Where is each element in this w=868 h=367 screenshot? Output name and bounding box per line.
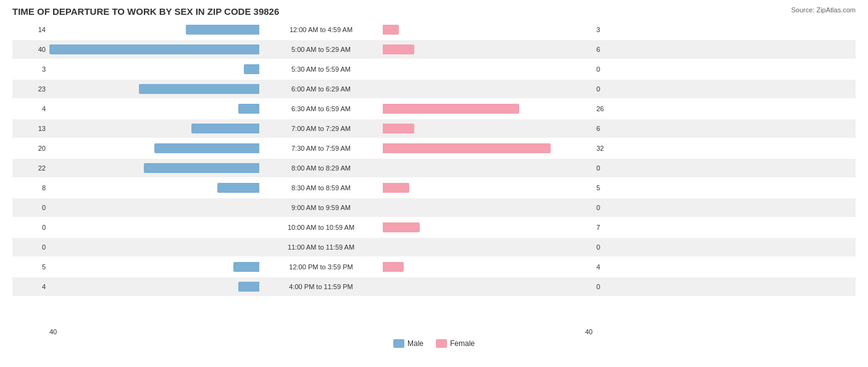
male-value: 14 [12, 26, 49, 33]
female-bar-area [383, 64, 593, 74]
male-bar-area [49, 25, 259, 35]
table-row: 0 11:00 AM to 11:59 AM 0 [12, 238, 856, 256]
table-row: 8 8:30 AM to 8:59 AM 5 [12, 179, 856, 197]
time-label: 12:00 AM to 4:59 AM [259, 26, 383, 33]
female-value: 0 [593, 85, 624, 93]
male-value: 13 [12, 125, 49, 132]
table-row: 0 10:00 AM to 10:59 AM 7 [12, 218, 856, 237]
female-value: 0 [593, 204, 624, 211]
male-value: 20 [12, 145, 49, 152]
male-value: 23 [12, 85, 49, 93]
male-value: 40 [12, 46, 49, 53]
male-value: 4 [12, 105, 49, 112]
female-bar-area [383, 183, 593, 193]
male-bar [244, 64, 260, 74]
axis-bar-left: 40 [49, 328, 259, 335]
male-bar [144, 163, 259, 173]
female-value: 26 [593, 105, 624, 112]
chart-container: TIME OF DEPARTURE TO WORK BY SEX IN ZIP … [0, 0, 868, 367]
male-legend-label: Male [407, 339, 424, 348]
time-label: 12:00 PM to 3:59 PM [259, 263, 383, 271]
female-bar-area [383, 104, 593, 114]
time-label: 4:00 PM to 11:59 PM [259, 283, 383, 290]
time-label: 8:30 AM to 8:59 AM [259, 184, 383, 192]
male-bar-area [49, 242, 259, 252]
female-bar [383, 262, 404, 272]
male-value: 22 [12, 164, 49, 172]
female-bar [383, 124, 414, 133]
male-bar [139, 84, 260, 94]
male-bar [186, 25, 259, 35]
female-bar-area [383, 124, 593, 133]
table-row: 40 5:00 AM to 5:29 AM 6 [12, 40, 856, 59]
male-bar [217, 183, 259, 193]
time-label: 7:00 AM to 7:29 AM [259, 125, 383, 132]
male-bar-area [49, 64, 259, 74]
female-value: 5 [593, 184, 624, 192]
female-bar-area [383, 282, 593, 292]
table-row: 0 9:00 AM to 9:59 AM 0 [12, 198, 856, 217]
female-bar-area [383, 44, 593, 54]
male-bar-area [49, 124, 259, 133]
time-label: 9:00 AM to 9:59 AM [259, 204, 383, 211]
table-row: 22 8:00 AM to 8:29 AM 0 [12, 159, 856, 177]
female-bar-area [383, 203, 593, 213]
male-bar [233, 262, 260, 272]
male-value: 0 [12, 204, 49, 211]
female-value: 4 [593, 263, 624, 271]
male-bar-area [49, 143, 259, 153]
table-row: 4 6:30 AM to 6:59 AM 26 [12, 99, 856, 118]
axis-left-value: 40 [49, 328, 57, 335]
female-bar-area [383, 222, 593, 232]
male-bar-area [49, 203, 259, 213]
table-row: 14 12:00 AM to 4:59 AM 3 [12, 20, 856, 39]
female-value: 6 [593, 46, 624, 53]
time-label: 5:30 AM to 5:59 AM [259, 65, 383, 73]
legend-female: Female [436, 339, 475, 348]
male-value: 5 [12, 263, 49, 271]
time-label: 8:00 AM to 8:29 AM [259, 164, 383, 172]
legend: Male Female [12, 339, 856, 348]
male-bar-area [49, 84, 259, 94]
axis-bar-right: 40 [383, 328, 593, 335]
axis-right-value: 40 [585, 328, 593, 335]
time-label: 5:00 AM to 5:29 AM [259, 46, 383, 53]
table-row: 20 7:30 AM to 7:59 AM 32 [12, 139, 856, 158]
male-bar-area [49, 282, 259, 292]
table-row: 13 7:00 AM to 7:29 AM 6 [12, 119, 856, 138]
female-bar-area [383, 84, 593, 94]
male-bar [238, 104, 259, 114]
time-label: 11:00 AM to 11:59 AM [259, 243, 383, 251]
source-label: Source: ZipAtlas.com [791, 6, 856, 14]
male-bar-area [49, 262, 259, 272]
male-bar-area [49, 163, 259, 173]
female-value: 3 [593, 26, 624, 33]
female-bar [383, 25, 399, 35]
axis-row: 40 40 [12, 328, 856, 335]
female-value: 6 [593, 125, 624, 132]
male-bar-area [49, 44, 259, 54]
male-value: 3 [12, 65, 49, 73]
female-legend-label: Female [450, 339, 475, 348]
female-value: 0 [593, 65, 624, 73]
female-bar [383, 44, 414, 54]
male-bar [154, 143, 259, 153]
chart-title: TIME OF DEPARTURE TO WORK BY SEX IN ZIP … [12, 6, 856, 17]
time-label: 6:00 AM to 6:29 AM [259, 85, 383, 93]
female-bar [383, 143, 551, 153]
female-legend-box [436, 339, 447, 348]
male-bar [49, 44, 259, 54]
female-value: 7 [593, 224, 624, 231]
male-legend-box [393, 339, 404, 348]
female-value: 0 [593, 164, 624, 172]
male-value: 0 [12, 224, 49, 231]
male-bar [191, 124, 260, 133]
female-bar [383, 183, 409, 193]
female-bar-area [383, 143, 593, 153]
female-value: 0 [593, 283, 624, 290]
female-value: 32 [593, 145, 624, 152]
time-label: 10:00 AM to 10:59 AM [259, 224, 383, 231]
male-value: 0 [12, 243, 49, 251]
table-row: 5 12:00 PM to 3:59 PM 4 [12, 258, 856, 276]
time-label: 6:30 AM to 6:59 AM [259, 105, 383, 112]
